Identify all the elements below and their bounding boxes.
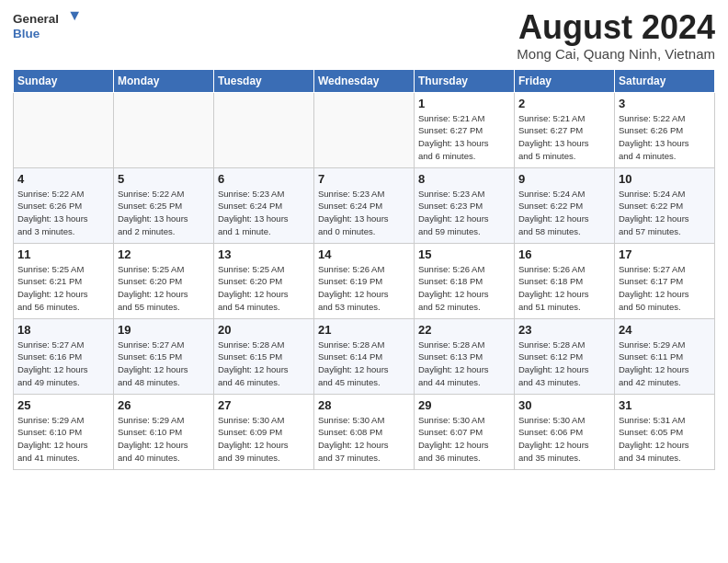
day-info: Sunrise: 5:22 AM Sunset: 6:26 PM Dayligh… (17, 188, 109, 238)
calendar-cell: 22Sunrise: 5:28 AM Sunset: 6:13 PM Dayli… (415, 318, 515, 394)
day-info: Sunrise: 5:30 AM Sunset: 6:06 PM Dayligh… (518, 414, 610, 465)
day-number: 22 (418, 323, 510, 337)
day-info: Sunrise: 5:25 AM Sunset: 6:20 PM Dayligh… (218, 263, 310, 314)
day-info: Sunrise: 5:24 AM Sunset: 6:22 PM Dayligh… (619, 188, 711, 238)
day-info: Sunrise: 5:26 AM Sunset: 6:18 PM Dayligh… (418, 263, 510, 314)
header-saturday: Saturday (615, 69, 715, 92)
day-info: Sunrise: 5:25 AM Sunset: 6:20 PM Dayligh… (118, 263, 210, 314)
calendar-cell: 10Sunrise: 5:24 AM Sunset: 6:22 PM Dayli… (615, 167, 715, 243)
calendar-cell: 30Sunrise: 5:30 AM Sunset: 6:06 PM Dayli… (515, 394, 615, 469)
calendar-cell: 13Sunrise: 5:25 AM Sunset: 6:20 PM Dayli… (214, 243, 314, 318)
day-number: 24 (619, 323, 711, 337)
day-number: 6 (218, 172, 310, 186)
calendar-cell: 12Sunrise: 5:25 AM Sunset: 6:20 PM Dayli… (114, 243, 214, 318)
day-number: 4 (17, 172, 109, 186)
calendar-cell: 15Sunrise: 5:26 AM Sunset: 6:18 PM Dayli… (415, 243, 515, 318)
calendar-cell (214, 92, 314, 167)
calendar-cell: 29Sunrise: 5:30 AM Sunset: 6:07 PM Dayli… (415, 394, 515, 469)
header-wednesday: Wednesday (314, 69, 415, 92)
logo-icon: General Blue (13, 9, 79, 42)
header-monday: Monday (114, 69, 214, 92)
day-info: Sunrise: 5:23 AM Sunset: 6:24 PM Dayligh… (218, 188, 310, 238)
day-number: 18 (17, 323, 109, 337)
calendar-cell: 2Sunrise: 5:21 AM Sunset: 6:27 PM Daylig… (515, 92, 615, 167)
calendar-cell: 24Sunrise: 5:29 AM Sunset: 6:11 PM Dayli… (615, 318, 715, 394)
day-number: 3 (619, 97, 711, 110)
page: General Blue August 2024 Mong Cai, Quang… (0, 0, 728, 563)
calendar-cell: 6Sunrise: 5:23 AM Sunset: 6:24 PM Daylig… (214, 167, 314, 243)
day-number: 17 (619, 247, 711, 261)
day-number: 30 (518, 398, 610, 412)
title-block: August 2024 Mong Cai, Quang Ninh, Vietna… (517, 9, 715, 62)
day-number: 23 (518, 323, 610, 337)
day-info: Sunrise: 5:29 AM Sunset: 6:10 PM Dayligh… (17, 414, 109, 465)
day-number: 11 (17, 247, 109, 261)
day-info: Sunrise: 5:31 AM Sunset: 6:05 PM Dayligh… (619, 414, 711, 465)
week-row-4: 25Sunrise: 5:29 AM Sunset: 6:10 PM Dayli… (14, 394, 715, 469)
day-number: 8 (418, 172, 510, 186)
header-friday: Friday (515, 69, 615, 92)
svg-text:General: General (13, 12, 59, 26)
day-number: 29 (418, 398, 510, 412)
calendar-cell: 20Sunrise: 5:28 AM Sunset: 6:15 PM Dayli… (214, 318, 314, 394)
day-number: 15 (418, 247, 510, 261)
calendar-cell: 5Sunrise: 5:22 AM Sunset: 6:25 PM Daylig… (114, 167, 214, 243)
day-info: Sunrise: 5:28 AM Sunset: 6:13 PM Dayligh… (418, 339, 510, 389)
calendar-cell: 21Sunrise: 5:28 AM Sunset: 6:14 PM Dayli… (314, 318, 415, 394)
calendar-cell: 4Sunrise: 5:22 AM Sunset: 6:26 PM Daylig… (14, 167, 114, 243)
day-number: 1 (418, 97, 510, 110)
day-number: 10 (619, 172, 711, 186)
svg-marker-2 (70, 12, 79, 21)
week-row-3: 18Sunrise: 5:27 AM Sunset: 6:16 PM Dayli… (14, 318, 715, 394)
calendar-cell: 14Sunrise: 5:26 AM Sunset: 6:19 PM Dayli… (314, 243, 415, 318)
day-number: 26 (118, 398, 210, 412)
day-info: Sunrise: 5:27 AM Sunset: 6:16 PM Dayligh… (17, 339, 109, 389)
calendar-cell: 17Sunrise: 5:27 AM Sunset: 6:17 PM Dayli… (615, 243, 715, 318)
day-info: Sunrise: 5:26 AM Sunset: 6:19 PM Dayligh… (318, 263, 410, 314)
day-info: Sunrise: 5:26 AM Sunset: 6:18 PM Dayligh… (518, 263, 610, 314)
day-number: 21 (318, 323, 410, 337)
day-info: Sunrise: 5:28 AM Sunset: 6:15 PM Dayligh… (218, 339, 310, 389)
day-number: 16 (518, 247, 610, 261)
week-row-0: 1Sunrise: 5:21 AM Sunset: 6:27 PM Daylig… (14, 92, 715, 167)
day-info: Sunrise: 5:28 AM Sunset: 6:12 PM Dayligh… (518, 339, 610, 389)
calendar-cell: 16Sunrise: 5:26 AM Sunset: 6:18 PM Dayli… (515, 243, 615, 318)
day-info: Sunrise: 5:28 AM Sunset: 6:14 PM Dayligh… (318, 339, 410, 389)
calendar-cell: 18Sunrise: 5:27 AM Sunset: 6:16 PM Dayli… (14, 318, 114, 394)
day-number: 19 (118, 323, 210, 337)
header-tuesday: Tuesday (214, 69, 314, 92)
header: General Blue August 2024 Mong Cai, Quang… (13, 9, 715, 62)
calendar-cell: 19Sunrise: 5:27 AM Sunset: 6:15 PM Dayli… (114, 318, 214, 394)
day-info: Sunrise: 5:29 AM Sunset: 6:10 PM Dayligh… (118, 414, 210, 465)
calendar-cell: 26Sunrise: 5:29 AM Sunset: 6:10 PM Dayli… (114, 394, 214, 469)
day-info: Sunrise: 5:27 AM Sunset: 6:15 PM Dayligh… (118, 339, 210, 389)
day-info: Sunrise: 5:22 AM Sunset: 6:25 PM Dayligh… (118, 188, 210, 238)
calendar-cell (114, 92, 214, 167)
day-info: Sunrise: 5:24 AM Sunset: 6:22 PM Dayligh… (518, 188, 610, 238)
calendar-cell: 28Sunrise: 5:30 AM Sunset: 6:08 PM Dayli… (314, 394, 415, 469)
calendar-cell: 7Sunrise: 5:23 AM Sunset: 6:24 PM Daylig… (314, 167, 415, 243)
header-thursday: Thursday (415, 69, 515, 92)
week-row-1: 4Sunrise: 5:22 AM Sunset: 6:26 PM Daylig… (14, 167, 715, 243)
calendar-cell: 8Sunrise: 5:23 AM Sunset: 6:23 PM Daylig… (415, 167, 515, 243)
day-info: Sunrise: 5:21 AM Sunset: 6:27 PM Dayligh… (518, 112, 610, 163)
week-row-2: 11Sunrise: 5:25 AM Sunset: 6:21 PM Dayli… (14, 243, 715, 318)
day-number: 7 (318, 172, 410, 186)
calendar-cell: 3Sunrise: 5:22 AM Sunset: 6:26 PM Daylig… (615, 92, 715, 167)
day-info: Sunrise: 5:29 AM Sunset: 6:11 PM Dayligh… (619, 339, 711, 389)
calendar-cell: 11Sunrise: 5:25 AM Sunset: 6:21 PM Dayli… (14, 243, 114, 318)
day-info: Sunrise: 5:23 AM Sunset: 6:24 PM Dayligh… (318, 188, 410, 238)
calendar-title: August 2024 (517, 9, 715, 46)
day-number: 2 (518, 97, 610, 110)
calendar-cell: 27Sunrise: 5:30 AM Sunset: 6:09 PM Dayli… (214, 394, 314, 469)
calendar-cell: 31Sunrise: 5:31 AM Sunset: 6:05 PM Dayli… (615, 394, 715, 469)
day-number: 31 (619, 398, 711, 412)
calendar-table: Sunday Monday Tuesday Wednesday Thursday… (13, 69, 715, 470)
calendar-cell (14, 92, 114, 167)
calendar-cell: 9Sunrise: 5:24 AM Sunset: 6:22 PM Daylig… (515, 167, 615, 243)
day-info: Sunrise: 5:27 AM Sunset: 6:17 PM Dayligh… (619, 263, 711, 314)
weekday-header-row: Sunday Monday Tuesday Wednesday Thursday… (14, 69, 715, 92)
day-info: Sunrise: 5:30 AM Sunset: 6:07 PM Dayligh… (418, 414, 510, 465)
day-number: 28 (318, 398, 410, 412)
day-info: Sunrise: 5:30 AM Sunset: 6:09 PM Dayligh… (218, 414, 310, 465)
